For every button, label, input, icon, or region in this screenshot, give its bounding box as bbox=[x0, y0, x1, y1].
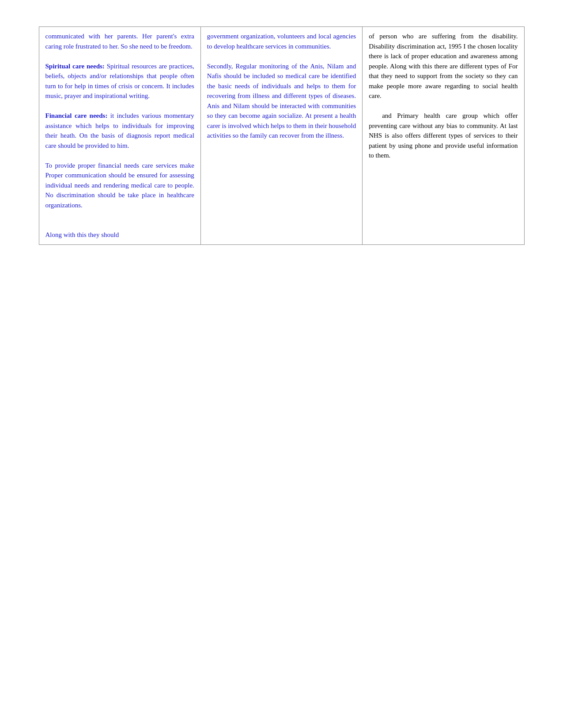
col2-top-text: government organization, volunteers and … bbox=[207, 31, 356, 51]
financial-label: Financial care needs: bbox=[45, 112, 108, 119]
col1-financial-cont: To provide proper financial needs care s… bbox=[45, 161, 194, 210]
col2: government organization, volunteers and … bbox=[200, 27, 362, 245]
col1-financial: Financial care needs: it includes variou… bbox=[45, 111, 194, 150]
col3: of person who are suffering from the dis… bbox=[363, 27, 524, 245]
main-row: communicated with her parents. Her paren… bbox=[39, 27, 524, 245]
col1-bottom: Along with this they should bbox=[45, 230, 194, 240]
main-table: communicated with her parents. Her paren… bbox=[39, 26, 525, 245]
spiritual-label: Spiritual care needs: bbox=[45, 63, 105, 70]
col1-spiritual: Spiritual care needs: Spiritual resource… bbox=[45, 61, 194, 101]
col3-cont: and Primary health care group which offe… bbox=[369, 111, 518, 161]
col3-top-text: of person who are suffering from the dis… bbox=[369, 31, 518, 101]
col1: communicated with her parents. Her paren… bbox=[39, 27, 200, 245]
page-container: communicated with her parents. Her paren… bbox=[39, 26, 525, 245]
col2-secondly: Secondly, Regular monitoring of the Anis… bbox=[207, 61, 356, 141]
col2-secondly-text: Secondly, Regular monitoring of the Anis… bbox=[207, 63, 356, 139]
col1-top-text: communicated with her parents. Her paren… bbox=[45, 31, 194, 51]
